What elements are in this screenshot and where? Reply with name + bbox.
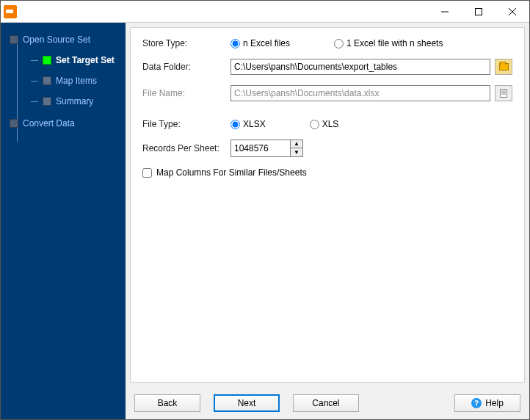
sidebar-item-label: Open Source Set — [23, 35, 90, 45]
svg-rect-4 — [501, 90, 507, 98]
close-icon — [509, 8, 516, 15]
minimize-icon — [441, 8, 449, 15]
data-folder-input[interactable] — [230, 59, 490, 75]
main-panel: Store Type: n Excel files 1 Excel file w… — [126, 23, 529, 419]
sidebar-item-map-items[interactable]: Map Items — [15, 73, 126, 89]
records-per-sheet-label: Records Per Sheet: — [142, 143, 230, 153]
store-type-label: Store Type: — [142, 38, 230, 48]
form-panel: Store Type: n Excel files 1 Excel file w… — [130, 27, 525, 383]
minimize-button[interactable] — [428, 1, 462, 22]
wizard-sidebar: Open Source Set Set Target Set Map Items… — [1, 23, 126, 419]
help-icon: ? — [471, 398, 482, 408]
step-icon — [10, 35, 18, 44]
file-name-input — [230, 85, 490, 101]
file-type-label: File Type: — [142, 119, 230, 129]
file-type-xlsx-radio[interactable] — [230, 120, 240, 129]
maximize-button[interactable] — [462, 1, 495, 22]
cancel-button[interactable]: Cancel — [293, 394, 359, 412]
browse-folder-button[interactable] — [495, 59, 512, 75]
data-folder-label: Data Folder: — [142, 62, 230, 72]
close-button[interactable] — [495, 1, 529, 22]
sidebar-item-convert-data[interactable]: Convert Data — [1, 115, 126, 131]
sidebar-item-label: Map Items — [56, 76, 97, 86]
help-button[interactable]: ? Help — [454, 394, 520, 412]
app-icon — [4, 5, 17, 18]
sidebar-item-open-source[interactable]: Open Source Set — [1, 32, 126, 48]
sidebar-item-label: Convert Data — [23, 118, 75, 128]
titlebar — [1, 1, 529, 23]
store-type-n-files-radio[interactable] — [230, 39, 240, 48]
step-icon — [43, 56, 51, 65]
store-type-one-file[interactable]: 1 Excel file with n sheets — [334, 38, 443, 48]
file-name-label: File Name: — [142, 88, 230, 98]
browse-file-button — [495, 85, 512, 101]
next-button[interactable]: Next — [214, 394, 280, 412]
sidebar-item-set-target[interactable]: Set Target Set — [15, 52, 126, 68]
spin-down-button[interactable]: ▼ — [291, 148, 302, 156]
maximize-icon — [475, 8, 482, 15]
sidebar-item-summary[interactable]: Summary — [15, 93, 126, 109]
file-type-xlsx[interactable]: XLSX — [230, 119, 266, 129]
sidebar-item-label: Summary — [56, 96, 93, 106]
file-type-xls-radio[interactable] — [310, 120, 319, 129]
map-columns-checkbox[interactable] — [142, 168, 152, 178]
back-button[interactable]: Back — [134, 394, 200, 412]
radio-label: 1 Excel file with n sheets — [346, 38, 443, 48]
folder-icon — [499, 63, 509, 70]
store-type-n-files[interactable]: n Excel files — [230, 38, 290, 48]
radio-label: n Excel files — [243, 38, 290, 48]
file-icon — [499, 89, 508, 98]
svg-rect-1 — [476, 8, 482, 15]
file-type-xls[interactable]: XLS — [310, 119, 339, 129]
radio-label: XLSX — [243, 119, 266, 129]
wizard-footer: Back Next Cancel ? Help — [126, 387, 529, 419]
spin-up-button[interactable]: ▲ — [291, 140, 302, 148]
step-icon — [43, 97, 51, 106]
sidebar-item-label: Set Target Set — [56, 55, 115, 65]
store-type-one-file-radio[interactable] — [334, 39, 344, 48]
step-icon — [10, 119, 18, 128]
records-per-sheet-input[interactable] — [230, 140, 291, 157]
step-icon — [43, 76, 51, 85]
window-controls — [428, 1, 529, 22]
map-columns-label: Map Columns For Similar Files/Sheets — [156, 167, 307, 178]
radio-label: XLS — [322, 119, 339, 129]
